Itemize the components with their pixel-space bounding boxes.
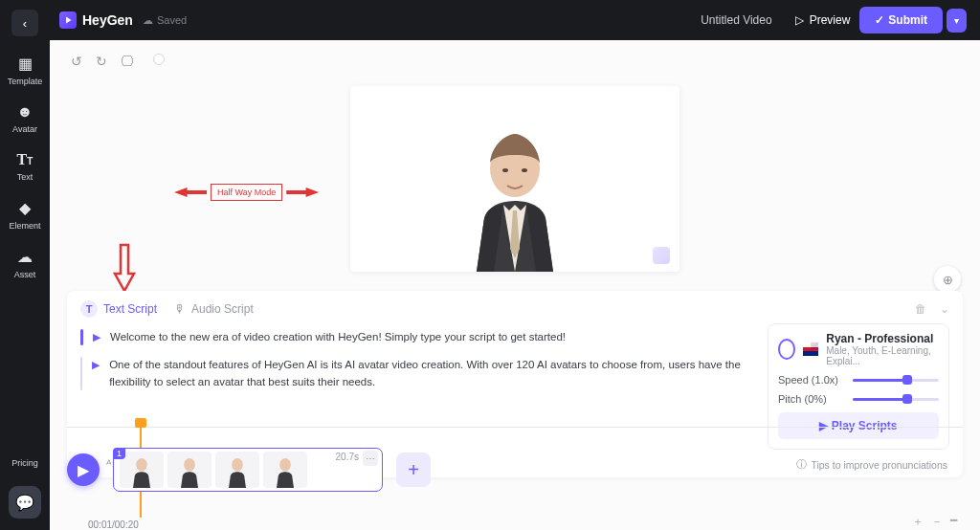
submit-options-button[interactable]: ▾ [947, 9, 967, 33]
left-sidebar: ‹ ▦ Template ☻ Avatar TT Text ◆ Element … [0, 0, 50, 530]
submit-button[interactable]: ✓ Submit [859, 7, 943, 33]
microphone-icon: 🎙 [174, 302, 186, 316]
zoom-slider[interactable]: ━ [950, 514, 957, 530]
avatar-icon: ☻ [17, 103, 33, 121]
sidebar-item-text[interactable]: TT Text [0, 143, 50, 190]
element-icon: ◆ [19, 199, 31, 217]
sidebar-item-label: Text [17, 172, 33, 182]
clip-thumb [120, 452, 164, 488]
svg-point-4 [184, 458, 195, 472]
sidebar-item-asset[interactable]: ☁ Asset [0, 239, 50, 288]
add-clip-button[interactable]: + [396, 453, 431, 487]
help-chat-button[interactable]: 💬 [9, 486, 41, 519]
preview-button[interactable]: ▷ Preview [786, 8, 860, 33]
watermark-icon [653, 247, 670, 264]
svg-point-2 [522, 168, 527, 172]
script-text[interactable]: Welcome to the new era of video creation… [110, 329, 566, 345]
sidebar-item-avatar[interactable]: ☻ Avatar [0, 95, 50, 143]
brand-logo-icon [59, 11, 77, 29]
script-line[interactable]: ▶ One of the standout features of HeyGen… [80, 351, 754, 396]
zoom-button[interactable]: ⊕ [934, 266, 961, 293]
undo-button[interactable]: ↺ [71, 54, 82, 69]
video-canvas[interactable] [350, 86, 679, 272]
script-text[interactable]: One of the standout features of HeyGen A… [109, 357, 754, 390]
chevron-down-icon: ▾ [954, 15, 959, 26]
clip-duration: 20.7s [336, 452, 359, 462]
work-area: ↺ ↻ 🖵 [50, 40, 980, 530]
clip-index: 1 [113, 448, 125, 459]
back-button[interactable]: ‹ [11, 10, 38, 36]
delete-button[interactable]: 🗑 [915, 302, 926, 316]
text-icon: T [80, 300, 98, 318]
asset-icon: ☁ [17, 248, 33, 266]
sidebar-item-label: Element [9, 221, 40, 231]
sidebar-item-template[interactable]: ▦ Template [0, 46, 50, 95]
script-line[interactable]: ▶ Welcome to the new era of video creati… [80, 323, 754, 351]
chevron-left-icon: ‹ [23, 16, 27, 31]
svg-point-1 [502, 168, 508, 172]
sidebar-item-label: Asset [14, 270, 36, 279]
check-icon: ✓ [875, 13, 884, 27]
plus-icon: + [408, 459, 419, 481]
time-position: 00:01/00:20 [88, 519, 139, 530]
timeline-ruler[interactable] [67, 427, 963, 440]
clip-thumb [215, 452, 259, 488]
pitch-slider[interactable] [853, 398, 939, 401]
svg-point-3 [136, 458, 147, 472]
timeline: ▶ 1 20.7s ⋯ + 00:01/00:20 [67, 427, 963, 530]
tab-audio-script[interactable]: 🎙 Audio Script [174, 302, 254, 316]
speed-slider[interactable] [853, 379, 939, 382]
redo-button[interactable]: ↻ [96, 54, 107, 69]
zoom-in-button[interactable]: ＋ [912, 514, 924, 530]
pitch-label: Pitch (0%) [778, 393, 827, 405]
tab-text-script[interactable]: T Text Script [80, 300, 157, 318]
canvas-toolbar: ↺ ↻ 🖵 [71, 54, 165, 69]
sidebar-item-label: Avatar [12, 124, 37, 134]
zoom-out-button[interactable]: － [931, 514, 943, 530]
collapse-button[interactable]: ⌄ [940, 302, 949, 316]
play-icon: ▶ [78, 461, 89, 479]
text-icon: TT [17, 151, 33, 168]
clip-thumb [167, 452, 212, 488]
device-preview-button[interactable]: 🖵 [121, 54, 134, 69]
save-status: ☁ Saved [143, 14, 187, 27]
svg-point-6 [279, 458, 291, 472]
sidebar-item-label: Pricing [11, 458, 38, 468]
sidebar-item-element[interactable]: ◆ Element [0, 190, 50, 239]
record-indicator [153, 54, 165, 65]
voice-desc: Male, Youth, E-Learning, Explai... [826, 345, 939, 366]
brand: HeyGen [59, 11, 133, 29]
clip-options-button[interactable]: ⋯ [363, 451, 378, 466]
play-line-button[interactable]: ▶ [92, 359, 100, 371]
chat-icon: 💬 [15, 494, 34, 512]
top-bar: HeyGen ☁ Saved Untitled Video ▷ Preview … [50, 0, 980, 40]
timeline-clip[interactable]: 1 20.7s ⋯ [113, 448, 383, 492]
annotation-arrow-down [113, 243, 136, 293]
avatar-preview [457, 119, 572, 272]
video-title[interactable]: Untitled Video [701, 13, 772, 27]
flag-uk-icon [803, 342, 818, 356]
annotation-halfway: Half Way Mode [174, 184, 319, 201]
play-line-button[interactable]: ▶ [93, 331, 100, 343]
clip-thumb [263, 452, 307, 488]
sidebar-item-label: Template [8, 77, 43, 86]
svg-point-5 [232, 458, 243, 472]
template-icon: ▦ [18, 55, 33, 73]
brand-name: HeyGen [82, 12, 133, 28]
cloud-icon: ☁ [143, 14, 153, 27]
speed-label: Speed (1.0x) [778, 374, 838, 386]
sidebar-item-pricing[interactable]: Pricing [0, 446, 50, 476]
magnifier-icon: ⊕ [943, 273, 953, 287]
play-outline-icon: ▷ [795, 13, 804, 27]
voice-name[interactable]: Ryan - Professional [826, 332, 939, 345]
voice-avatar-icon[interactable] [778, 339, 795, 360]
timeline-play-button[interactable]: ▶ [67, 453, 100, 486]
